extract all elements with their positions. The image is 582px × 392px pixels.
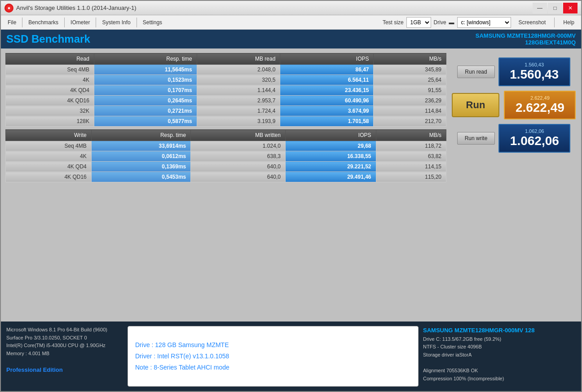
- read-row1-mbs: 345,89: [374, 65, 446, 75]
- read-score-main: 1.560,43: [507, 67, 562, 82]
- table-row: 4K QD16 0,5453ms 640,0 29.491,46 115,20: [6, 172, 446, 182]
- read-row4-iops: 60.490,96: [280, 96, 374, 106]
- read-row1-label: Seq 4MB: [6, 65, 94, 75]
- footer-memory: Memory : 4.001 MB: [6, 350, 123, 358]
- test-size-select[interactable]: 1GB: [406, 17, 431, 28]
- write-header-col4: IOPS: [285, 130, 376, 141]
- write-row2-label: 4K: [6, 151, 92, 162]
- run-read-row: Run read 1.560,43 1.560,43: [457, 57, 570, 86]
- footer-edition: Professional Edition: [6, 366, 123, 375]
- read-row5-resp: 0,2721ms: [94, 106, 197, 116]
- read-header-col4: IOPS: [280, 53, 374, 65]
- read-row2-mbs: 25,64: [374, 75, 446, 85]
- minimize-button[interactable]: —: [533, 3, 547, 13]
- footer-surface: Surface Pro 3/3.10.0250, SOCKET 0: [6, 334, 123, 342]
- read-row5-mbs: 114,84: [374, 106, 446, 116]
- write-score-main: 1.062,06: [507, 134, 562, 148]
- read-row5-mb: 1.724,4: [197, 106, 280, 116]
- write-row1-resp: 33,6914ms: [91, 141, 191, 151]
- separator-2: [64, 18, 65, 27]
- write-row4-resp: 0,5453ms: [91, 172, 191, 182]
- table-row: 128K 0,5877ms 3.193,9 1.701,58 212,70: [6, 116, 446, 127]
- table-row: 32K 0,2721ms 1.724,4 3.674,99 114,84: [6, 106, 446, 116]
- maximize-button[interactable]: □: [548, 3, 562, 13]
- run-button[interactable]: Run: [452, 93, 500, 117]
- table-row: 4K QD4 0,1707ms 1.144,4 23.436,15 91,55: [6, 85, 446, 96]
- device-line2: 128GB/EXT41M0Q: [476, 39, 576, 46]
- total-score-box: 2.622,49 2.622,49: [504, 91, 576, 119]
- menu-bar: File Benchmarks IOmeter System Info Sett…: [1, 15, 581, 30]
- read-score-sub: 1.560,43: [507, 62, 562, 67]
- read-table: Read Resp. time MB read IOPS MB/s Seq 4M…: [5, 53, 446, 127]
- menu-iometer[interactable]: IOmeter: [66, 16, 95, 29]
- write-score-box: 1.062,06 1.062,06: [498, 124, 570, 153]
- write-row2-mb: 638,3: [191, 151, 286, 162]
- read-header-col1: Read: [6, 53, 94, 65]
- menu-system-info[interactable]: System Info: [97, 16, 135, 29]
- read-row5-iops: 3.674,99: [280, 106, 374, 116]
- run-read-button[interactable]: Run read: [457, 66, 494, 78]
- footer-drive-line2: Driver : Intel RST(e) v13.1.0.1058: [135, 351, 411, 362]
- run-main-row: Run 2.622,49 2.622,49: [452, 91, 576, 119]
- read-row5-label: 32K: [6, 106, 94, 116]
- read-row3-label: 4K QD4: [6, 85, 94, 96]
- read-header-col3: MB read: [197, 53, 280, 65]
- footer-device-right: SAMSUNG MZMTE128HMGR-000MV 128: [423, 326, 576, 335]
- write-header-col3: MB written: [191, 130, 286, 141]
- footer-compression: Compression 100% (Incompressible): [423, 375, 576, 383]
- footer-drive-c: Drive C: 113.5/67.2GB free (59.2%): [423, 335, 576, 344]
- read-row3-resp: 0,1707ms: [94, 85, 197, 96]
- read-row3-iops: 23.436,15: [280, 85, 374, 96]
- write-row4-label: 4K QD16: [6, 172, 92, 182]
- separator-5: [554, 18, 555, 27]
- read-header-col2: Resp. time: [94, 53, 197, 65]
- separator-4: [137, 18, 137, 27]
- read-row2-label: 4K: [6, 75, 94, 85]
- write-row1-mbs: 118,72: [376, 141, 446, 151]
- benchmark-area: Read Resp. time MB read IOPS MB/s Seq 4M…: [1, 48, 581, 322]
- title-bar: ● Anvil's Storage Utilities 1.1.0 (2014-…: [1, 1, 581, 15]
- read-row6-mb: 3.193,9: [197, 116, 280, 127]
- separator-1: [22, 18, 22, 27]
- write-score-sub: 1.062,06: [507, 128, 562, 134]
- read-score-box: 1.560,43 1.560,43: [498, 57, 570, 86]
- footer-left: Microsoft Windows 8.1 Pro 64-Bit Build (…: [6, 326, 123, 387]
- footer-drive-line1: Drive : 128 GB Samsung MZMTE: [135, 339, 411, 351]
- read-row6-mbs: 212,70: [374, 116, 446, 127]
- read-row6-resp: 0,5877ms: [94, 116, 197, 127]
- footer-cpu: Intel(R) Core(TM) i5-4300U CPU @ 1.90GHz: [6, 342, 123, 350]
- write-row3-label: 4K QD4: [6, 162, 92, 172]
- drive-icon: ▬: [449, 19, 454, 26]
- write-row2-iops: 16.338,55: [285, 151, 376, 162]
- ssd-title: SSD Benchmark: [6, 33, 90, 45]
- menu-screenshot[interactable]: Screenshot: [514, 16, 551, 29]
- read-row3-mb: 1.144,4: [197, 85, 280, 96]
- menu-help[interactable]: Help: [558, 16, 579, 29]
- write-row3-iops: 29.221,52: [285, 162, 376, 172]
- write-header-col2: Resp. time: [91, 130, 191, 141]
- write-row3-mbs: 114,15: [376, 162, 446, 172]
- read-row4-mbs: 236,29: [374, 96, 446, 106]
- menu-settings[interactable]: Settings: [138, 16, 167, 29]
- close-button[interactable]: ✕: [563, 3, 578, 13]
- tables-section: Read Resp. time MB read IOPS MB/s Seq 4M…: [5, 53, 446, 317]
- write-row4-iops: 29.491,46: [285, 172, 376, 182]
- read-row1-resp: 11,5645ms: [94, 65, 197, 75]
- table-row: 4K QD4 0,1369ms 640,0 29.221,52 114,15: [6, 162, 446, 172]
- title-bar-left: ● Anvil's Storage Utilities 1.1.0 (2014-…: [4, 4, 137, 13]
- device-info: SAMSUNG MZMTE128HMGR-000MV 128GB/EXT41M0…: [476, 32, 576, 46]
- drive-select[interactable]: c: [windows]: [457, 17, 511, 28]
- footer-drive-line3: Note : 8-Series Tablet AHCI mode: [135, 362, 411, 373]
- table-row: 4K QD16 0,2645ms 2.953,7 60.490,96 236,2…: [6, 96, 446, 106]
- drive-label: Drive: [434, 19, 446, 26]
- menu-benchmarks[interactable]: Benchmarks: [23, 16, 63, 29]
- menu-file[interactable]: File: [3, 16, 21, 29]
- right-panel: Run read 1.560,43 1.560,43 Run 2.622,49 …: [451, 53, 577, 317]
- write-table: Write Resp. time MB written IOPS MB/s Se…: [5, 129, 446, 182]
- run-write-button[interactable]: Run write: [457, 132, 495, 145]
- total-score-main: 2.622,49: [512, 101, 568, 115]
- read-header-col5: MB/s: [374, 53, 446, 65]
- read-row6-label: 128K: [6, 116, 94, 127]
- write-header-col1: Write: [6, 130, 92, 141]
- write-row3-resp: 0,1369ms: [91, 162, 191, 172]
